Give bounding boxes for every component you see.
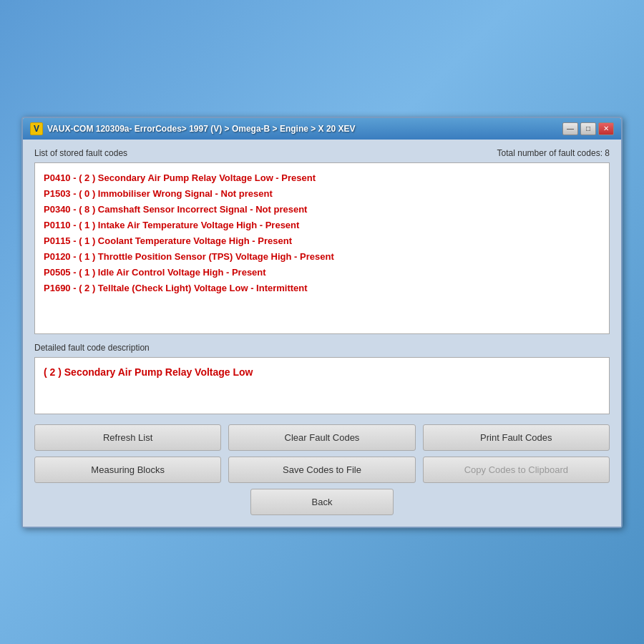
fault-code-6[interactable]: P0505 - ( 1 ) Idle Air Control Voltage H… [44,265,600,280]
measuring-blocks-button[interactable]: Measuring Blocks [34,457,221,483]
close-button[interactable]: ✕ [598,122,614,135]
save-codes-button[interactable]: Save Codes to File [228,457,415,483]
window-content: List of stored fault codes Total number … [23,140,621,527]
minimize-button[interactable]: — [562,122,578,135]
fault-code-1[interactable]: P1503 - ( 0 ) Immobiliser Wrong Signal -… [44,186,600,202]
fault-code-3[interactable]: P0110 - ( 1 ) Intake Air Temperature Vol… [44,218,600,233]
fault-code-0[interactable]: P0410 - ( 2 ) Secondary Air Pump Relay V… [44,170,600,186]
button-row-1: Refresh List Clear Fault Codes Print Fau… [34,424,610,451]
title-bar: V VAUX-COM 120309a- ErrorCodes> 1997 (V)… [23,118,621,140]
total-label: Total number of fault codes: 8 [497,148,610,158]
main-window: V VAUX-COM 120309a- ErrorCodes> 1997 (V)… [21,117,623,528]
fault-codes-list[interactable]: P0410 - ( 2 ) Secondary Air Pump Relay V… [34,162,610,334]
fault-codes-header: List of stored fault codes Total number … [34,148,610,158]
back-button[interactable]: Back [250,489,394,515]
copy-codes-button[interactable]: Copy Codes to Clipboard [423,457,610,483]
title-bar-left: V VAUX-COM 120309a- ErrorCodes> 1997 (V)… [30,122,356,135]
maximize-button[interactable]: □ [580,122,596,135]
button-row-2: Measuring Blocks Save Codes to File Copy… [34,457,610,483]
description-text: ( 2 ) Secondary Air Pump Relay Voltage L… [44,366,600,378]
fault-code-7[interactable]: P1690 - ( 2 ) Telltale (Check Light) Vol… [44,280,600,296]
list-label: List of stored fault codes [34,148,127,158]
refresh-list-button[interactable]: Refresh List [34,424,221,451]
description-label: Detailed fault code description [34,343,610,353]
window-title: VAUX-COM 120309a- ErrorCodes> 1997 (V) >… [47,124,356,134]
description-box: ( 2 ) Secondary Air Pump Relay Voltage L… [34,357,610,414]
fault-code-5[interactable]: P0120 - ( 1 ) Throttle Position Sensor (… [44,249,600,265]
app-icon: V [30,122,43,135]
fault-code-2[interactable]: P0340 - ( 8 ) Camshaft Sensor Incorrect … [44,202,600,218]
back-row: Back [34,489,610,515]
clear-fault-codes-button[interactable]: Clear Fault Codes [228,424,415,451]
fault-code-4[interactable]: P0115 - ( 1 ) Coolant Temperature Voltag… [44,233,600,249]
window-controls: — □ ✕ [562,122,614,135]
print-fault-codes-button[interactable]: Print Fault Codes [423,424,610,451]
